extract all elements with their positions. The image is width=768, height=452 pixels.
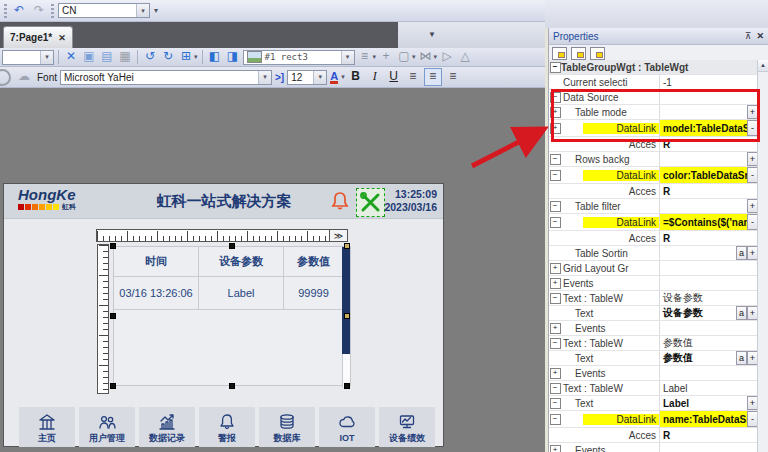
copy-icon[interactable]: ▣ [81,49,97,65]
hmi-header-band[interactable]: HongKe 虹科 虹科一站式解决方案 13:25:09 2023/03/16 [4,184,443,219]
property-value[interactable]: 参数值 [659,351,736,365]
chevron-down-icon[interactable]: ▾ [373,53,377,61]
property-row[interactable]: AccesR [549,137,758,152]
selection-handle[interactable] [344,383,350,389]
property-row[interactable]: −DataLinkcolor:TableDataSrcWgt- [549,167,758,184]
property-value[interactable]: model:TableDataSrcWgt [659,120,747,136]
property-value[interactable]: 参数值 [659,336,758,350]
nav-item-主页[interactable]: 主页 [19,407,75,447]
selection-handle[interactable] [110,243,116,249]
property-value[interactable] [659,152,747,166]
chevron-down-icon[interactable]: ▾ [412,53,416,61]
property-row[interactable]: −DataLinkname:TableDataSrcWgt- [549,411,758,428]
selection-handle[interactable] [344,243,350,249]
h-distribute-icon[interactable]: ⋈ [418,49,434,65]
property-value[interactable]: 设备参数 [659,306,736,320]
language-combo[interactable]: CN ▾ [58,3,150,18]
chevron-down-icon[interactable]: ▾ [341,73,345,81]
property-value[interactable]: -1 [659,75,758,89]
collapse-icon[interactable]: − [550,217,561,228]
property-value[interactable]: Label [659,381,758,395]
vertical-ruler[interactable] [97,244,109,394]
chevron-down-icon[interactable]: ▾ [434,53,438,61]
chevron-down-icon[interactable]: ▾ [313,71,326,84]
property-row[interactable]: +Events [549,321,758,336]
close-icon[interactable]: ✕ [756,31,764,41]
property-group-header[interactable]: −TableGroupWgt : TableWgt [549,60,758,75]
expand-icon[interactable]: + [550,368,561,379]
redo-icon[interactable]: ↷ [31,3,47,19]
property-value[interactable] [659,276,758,290]
property-value[interactable]: R [659,184,758,198]
tab-page1[interactable]: 7:Page1* ✕ [3,26,73,48]
property-row[interactable]: +DataLinkmodel:TableDataSrcWgt- [549,120,758,137]
selection-handle[interactable] [229,243,235,249]
collapse-icon[interactable]: − [550,201,561,212]
nav-item-用户管理[interactable]: 用户管理 [79,407,135,447]
style-tool-icon[interactable] [0,69,11,86]
resize-icon[interactable]: + [378,49,394,65]
show-details-icon[interactable] [552,47,567,60]
nav-item-IOT[interactable]: IOT [319,407,375,447]
table-data-cell[interactable]: 99999 [284,276,344,310]
property-row[interactable]: −Rows backg+ [549,152,758,167]
toolbar-grip[interactable] [51,4,54,18]
group-icon[interactable]: ⊞ [178,49,194,65]
add-dynamic-property-icon[interactable] [571,47,586,60]
property-value[interactable] [659,443,758,452]
scroll-up-icon[interactable]: ▲ [758,60,768,72]
collapse-icon[interactable]: − [550,398,561,409]
property-row[interactable]: +Table mode+ [549,105,758,120]
chevron-down-icon[interactable]: ▾ [136,4,149,17]
toolbar-overflow-icon[interactable]: ▾ [154,6,158,15]
italic-icon[interactable]: I [367,69,383,85]
property-value[interactable]: R [659,137,758,151]
collapse-icon[interactable]: − [550,170,561,181]
property-value[interactable]: R [659,231,758,245]
select-region-icon[interactable]: ▢ [396,49,412,65]
tab-overflow-icon[interactable]: ▼ [428,30,436,39]
table-data-cell[interactable]: Label [199,276,284,310]
property-value[interactable]: =$Contains($('name:TableI [659,214,747,230]
property-row[interactable]: −Text : TableWLabel [549,381,758,396]
table-header-cell[interactable]: 参数值 [284,247,344,276]
property-value[interactable]: Label [659,396,747,410]
remove-dynamic-property-icon[interactable] [590,47,605,60]
expand-icon[interactable]: + [550,263,561,274]
property-row[interactable]: −Text : TableW参数值 [549,336,758,351]
delete-icon[interactable]: ✕ [63,49,79,65]
collapse-icon[interactable]: − [550,338,561,349]
nav-item-数据库[interactable]: 数据库 [259,407,315,447]
expand-icon[interactable]: + [550,445,561,452]
object-selector-combo[interactable]: ▾ [2,50,54,65]
chevron-down-icon[interactable]: ▾ [258,71,271,84]
font-family-combo[interactable]: Microsoft YaHei ▾ [60,70,272,85]
property-row[interactable]: −TextLabel+ [549,396,758,411]
property-row[interactable]: +Grid Layout Gr [549,261,758,276]
property-value[interactable]: 设备参数 [659,291,758,305]
collapse-icon[interactable]: − [550,62,561,73]
flip-icon[interactable]: ▷ [439,49,455,65]
nav-item-设备绩效[interactable]: 设备绩效 [379,407,435,447]
property-row[interactable]: Text设备参数a+ [549,306,758,321]
grid-icon[interactable]: ▦ [117,49,133,65]
properties-scrollbar[interactable]: ▲ [757,60,768,452]
property-value[interactable] [659,321,758,335]
nav-item-数据记录[interactable]: 数据记录 [139,407,195,447]
hongke-logo[interactable]: HongKe 虹科 [18,186,76,210]
property-row[interactable]: AccesR [549,231,758,246]
table-header-cell[interactable]: 设备参数 [199,247,284,276]
hmi-page-title[interactable]: 虹科一站式解决方案 [114,192,334,211]
property-row[interactable]: +Events [549,443,758,452]
font-size-combo[interactable]: 12 ▾ [287,70,327,85]
align-icon[interactable]: ≡ [357,49,373,65]
send-to-back-icon[interactable]: ◧ [207,49,223,65]
property-value[interactable] [659,261,758,275]
apply-font-icon[interactable]: >] [275,72,284,83]
property-row[interactable]: −Table filter+ [549,199,758,214]
rotate-ccw-icon[interactable]: ↺ [142,49,158,65]
table-widget[interactable]: 时间设备参数参数值 03/16 13:26:06Label99999 [113,246,351,386]
bring-to-front-icon[interactable]: ◨ [225,49,241,65]
property-row[interactable]: AccesR [549,428,758,443]
chevron-down-icon[interactable]: ▾ [341,51,354,64]
